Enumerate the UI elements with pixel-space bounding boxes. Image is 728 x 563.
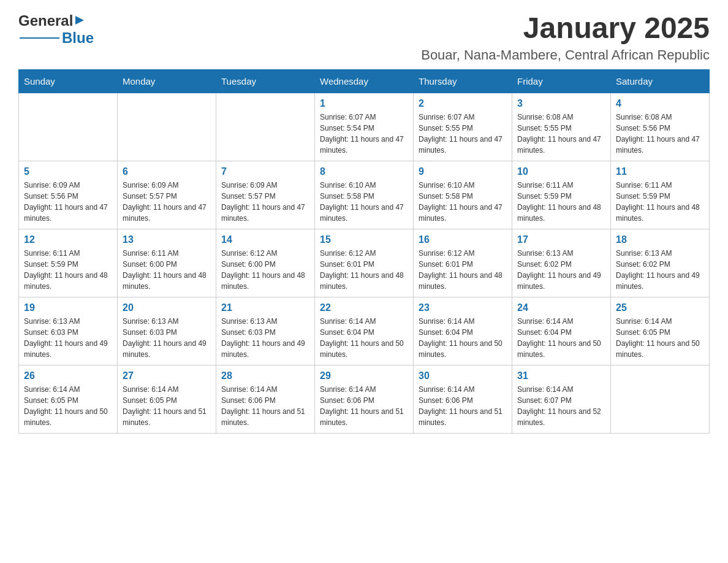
calendar-cell: 30Sunrise: 6:14 AMSunset: 6:06 PMDayligh… [414,365,512,433]
header-sunday: Sunday [19,69,118,93]
day-number: 2 [419,98,507,109]
day-number: 17 [517,234,605,245]
day-info: Sunrise: 6:10 AMSunset: 5:58 PMDaylight:… [320,180,408,224]
calendar-cell: 19Sunrise: 6:13 AMSunset: 6:03 PMDayligh… [19,297,118,365]
day-number: 25 [616,302,704,313]
day-number: 7 [221,166,309,177]
day-info: Sunrise: 6:12 AMSunset: 6:01 PMDaylight:… [320,248,408,292]
calendar-week-row: 26Sunrise: 6:14 AMSunset: 6:05 PMDayligh… [19,365,710,433]
calendar-week-row: 12Sunrise: 6:11 AMSunset: 5:59 PMDayligh… [19,229,710,297]
day-number: 16 [419,234,507,245]
day-info: Sunrise: 6:14 AMSunset: 6:07 PMDaylight:… [517,384,605,428]
calendar-cell: 20Sunrise: 6:13 AMSunset: 6:03 PMDayligh… [118,297,216,365]
day-info: Sunrise: 6:10 AMSunset: 5:58 PMDaylight:… [419,180,507,224]
day-info: Sunrise: 6:14 AMSunset: 6:04 PMDaylight:… [517,316,605,360]
calendar-cell: 2Sunrise: 6:07 AMSunset: 5:55 PMDaylight… [414,93,512,161]
day-number: 11 [616,166,704,177]
day-number: 30 [419,370,507,381]
calendar-cell: 15Sunrise: 6:12 AMSunset: 6:01 PMDayligh… [315,229,414,297]
calendar-cell: 10Sunrise: 6:11 AMSunset: 5:59 PMDayligh… [512,161,611,229]
logo-triangle-icon [74,15,85,28]
day-number: 9 [419,166,507,177]
calendar-cell: 18Sunrise: 6:13 AMSunset: 6:02 PMDayligh… [611,229,710,297]
day-number: 31 [517,370,605,381]
day-number: 6 [123,166,211,177]
calendar-week-row: 5Sunrise: 6:09 AMSunset: 5:56 PMDaylight… [19,161,710,229]
calendar-week-row: 1Sunrise: 6:07 AMSunset: 5:54 PMDaylight… [19,93,710,161]
calendar-cell: 12Sunrise: 6:11 AMSunset: 5:59 PMDayligh… [19,229,118,297]
day-number: 1 [320,98,408,109]
day-number: 20 [123,302,211,313]
day-info: Sunrise: 6:09 AMSunset: 5:56 PMDaylight:… [24,180,112,224]
calendar-cell [118,93,216,161]
calendar-cell: 21Sunrise: 6:13 AMSunset: 6:03 PMDayligh… [216,297,315,365]
calendar-cell: 14Sunrise: 6:12 AMSunset: 6:00 PMDayligh… [216,229,315,297]
day-number: 18 [616,234,704,245]
day-info: Sunrise: 6:14 AMSunset: 6:05 PMDaylight:… [24,384,112,428]
day-number: 5 [24,166,112,177]
page-header: General Blue January 2025 Bouar, Nana-Ma… [18,12,710,63]
calendar-cell: 24Sunrise: 6:14 AMSunset: 6:04 PMDayligh… [512,297,611,365]
day-info: Sunrise: 6:14 AMSunset: 6:06 PMDaylight:… [320,384,408,428]
day-info: Sunrise: 6:13 AMSunset: 6:03 PMDaylight:… [24,316,112,360]
day-number: 21 [221,302,309,313]
day-number: 3 [517,98,605,109]
calendar-cell: 31Sunrise: 6:14 AMSunset: 6:07 PMDayligh… [512,365,611,433]
day-info: Sunrise: 6:12 AMSunset: 6:00 PMDaylight:… [221,248,309,292]
day-info: Sunrise: 6:11 AMSunset: 5:59 PMDaylight:… [616,180,704,224]
header-wednesday: Wednesday [315,69,414,93]
header-monday: Monday [118,69,216,93]
calendar-cell: 9Sunrise: 6:10 AMSunset: 5:58 PMDaylight… [414,161,512,229]
calendar-cell: 7Sunrise: 6:09 AMSunset: 5:57 PMDaylight… [216,161,315,229]
calendar-cell: 8Sunrise: 6:10 AMSunset: 5:58 PMDaylight… [315,161,414,229]
calendar-cell: 16Sunrise: 6:12 AMSunset: 6:01 PMDayligh… [414,229,512,297]
calendar-cell: 4Sunrise: 6:08 AMSunset: 5:56 PMDaylight… [611,93,710,161]
day-info: Sunrise: 6:12 AMSunset: 6:01 PMDaylight:… [419,248,507,292]
calendar-cell: 25Sunrise: 6:14 AMSunset: 6:05 PMDayligh… [611,297,710,365]
calendar-cell: 1Sunrise: 6:07 AMSunset: 5:54 PMDaylight… [315,93,414,161]
day-info: Sunrise: 6:14 AMSunset: 6:06 PMDaylight:… [419,384,507,428]
day-info: Sunrise: 6:13 AMSunset: 6:02 PMDaylight:… [517,248,605,292]
header-saturday: Saturday [611,69,710,93]
day-info: Sunrise: 6:14 AMSunset: 6:04 PMDaylight:… [320,316,408,360]
day-number: 8 [320,166,408,177]
calendar-cell: 26Sunrise: 6:14 AMSunset: 6:05 PMDayligh… [19,365,118,433]
logo-general-text: General [18,12,73,29]
day-number: 15 [320,234,408,245]
calendar-table: Sunday Monday Tuesday Wednesday Thursday… [18,69,710,434]
header-thursday: Thursday [414,69,512,93]
day-info: Sunrise: 6:07 AMSunset: 5:54 PMDaylight:… [320,112,408,156]
calendar-cell [216,93,315,161]
day-number: 12 [24,234,112,245]
day-number: 14 [221,234,309,245]
header-friday: Friday [512,69,611,93]
calendar-cell: 23Sunrise: 6:14 AMSunset: 6:04 PMDayligh… [414,297,512,365]
calendar-cell: 5Sunrise: 6:09 AMSunset: 5:56 PMDaylight… [19,161,118,229]
day-info: Sunrise: 6:08 AMSunset: 5:56 PMDaylight:… [616,112,704,156]
logo-divider [20,37,59,39]
calendar-cell: 17Sunrise: 6:13 AMSunset: 6:02 PMDayligh… [512,229,611,297]
day-number: 26 [24,370,112,381]
day-info: Sunrise: 6:14 AMSunset: 6:06 PMDaylight:… [221,384,309,428]
day-info: Sunrise: 6:13 AMSunset: 6:02 PMDaylight:… [616,248,704,292]
day-number: 10 [517,166,605,177]
day-number: 24 [517,302,605,313]
calendar-cell [19,93,118,161]
day-info: Sunrise: 6:11 AMSunset: 5:59 PMDaylight:… [517,180,605,224]
day-info: Sunrise: 6:07 AMSunset: 5:55 PMDaylight:… [419,112,507,156]
calendar-cell: 29Sunrise: 6:14 AMSunset: 6:06 PMDayligh… [315,365,414,433]
header-tuesday: Tuesday [216,69,315,93]
calendar-week-row: 19Sunrise: 6:13 AMSunset: 6:03 PMDayligh… [19,297,710,365]
month-title: January 2025 [421,12,710,45]
title-block: January 2025 Bouar, Nana-Mambere, Centra… [421,12,710,63]
day-info: Sunrise: 6:11 AMSunset: 6:00 PMDaylight:… [123,248,211,292]
calendar-cell: 27Sunrise: 6:14 AMSunset: 6:05 PMDayligh… [118,365,216,433]
svg-marker-0 [75,16,84,25]
day-info: Sunrise: 6:13 AMSunset: 6:03 PMDaylight:… [123,316,211,360]
day-info: Sunrise: 6:11 AMSunset: 5:59 PMDaylight:… [24,248,112,292]
logo-blue-text: Blue [62,29,94,47]
day-number: 22 [320,302,408,313]
calendar-cell: 28Sunrise: 6:14 AMSunset: 6:06 PMDayligh… [216,365,315,433]
day-info: Sunrise: 6:09 AMSunset: 5:57 PMDaylight:… [123,180,211,224]
day-info: Sunrise: 6:09 AMSunset: 5:57 PMDaylight:… [221,180,309,224]
